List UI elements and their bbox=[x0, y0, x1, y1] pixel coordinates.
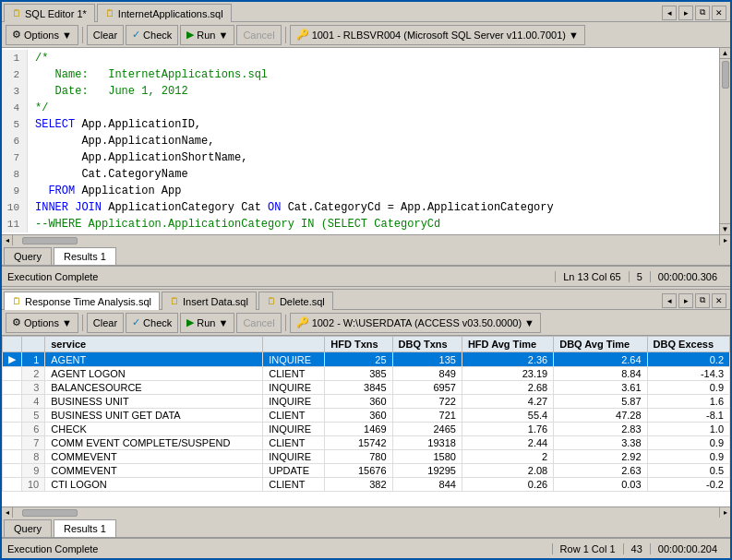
row-service: COMMEVENT bbox=[45, 464, 263, 478]
row-indicator bbox=[3, 409, 22, 423]
col-type[interactable] bbox=[263, 337, 325, 352]
line-11: 11 --WHERE Application.ApplicationCatego… bbox=[2, 216, 719, 232]
row-hfd-avg: 2.44 bbox=[462, 436, 553, 450]
row-dbq-excess: -14.3 bbox=[647, 367, 729, 381]
row-dbq-avg: 3.38 bbox=[554, 436, 647, 450]
bottom-hscroll[interactable]: ◂ ▸ bbox=[2, 506, 730, 518]
hscroll-left-bottom[interactable]: ◂ bbox=[2, 507, 13, 518]
connection-label-top: 1001 - RLBSVR004 (Microsoft SQL Server v… bbox=[312, 30, 566, 41]
btab-arrow-right[interactable]: ▸ bbox=[678, 293, 693, 308]
hscroll-left-top[interactable]: ◂ bbox=[2, 235, 13, 246]
results-table-wrapper: service HFD Txns DBQ Txns HFD Avg Time D… bbox=[2, 336, 730, 506]
tab-sql-editor-label: SQL Editor 1* bbox=[25, 8, 87, 19]
vscroll-up-top[interactable]: ▲ bbox=[720, 48, 730, 59]
row-service: AGENT bbox=[45, 352, 263, 367]
hscroll-thumb-top[interactable] bbox=[22, 237, 78, 244]
row-dbq-excess: 0.9 bbox=[647, 381, 729, 395]
options-button-top[interactable]: ⚙ Options ▼ bbox=[6, 25, 78, 45]
check-button-bottom[interactable]: ✓ Check bbox=[126, 313, 178, 333]
col-hfd-avg[interactable]: HFD Avg Time bbox=[462, 337, 553, 352]
row-hfd-txns: 3845 bbox=[325, 381, 392, 395]
tab-query-top[interactable]: Query bbox=[4, 247, 52, 265]
tab-internet-apps[interactable]: 🗒 InternetApplications.sql bbox=[97, 4, 232, 22]
table-row[interactable]: 3 BALANCESOURCE INQUIRE 3845 6957 2.68 3… bbox=[3, 381, 730, 395]
cancel-button-bottom[interactable]: Cancel bbox=[236, 313, 281, 333]
row-service: COMMEVENT bbox=[45, 450, 263, 464]
row-dbq-excess: 0.2 bbox=[647, 352, 729, 367]
top-toolbar: ⚙ Options ▼ Clear ✓ Check ▶ Run ▼ Cancel bbox=[2, 22, 730, 48]
clear-label-top: Clear bbox=[93, 30, 117, 41]
table-row[interactable]: 9 COMMEVENT UPDATE 15676 19295 2.08 2.63… bbox=[3, 464, 730, 478]
top-hscroll[interactable]: ◂ ▸ bbox=[2, 234, 730, 245]
options-button-bottom[interactable]: ⚙ Options ▼ bbox=[6, 313, 78, 333]
row-dbq-excess: 0.9 bbox=[647, 450, 729, 464]
btab-close[interactable]: ✕ bbox=[712, 293, 726, 308]
table-row[interactable]: 7 COMM EVENT COMPLETE/SUSPEND CLIENT 157… bbox=[3, 436, 730, 450]
tab-delete-label: Delete.sql bbox=[280, 296, 325, 307]
run-button-top[interactable]: ▶ Run ▼ bbox=[180, 25, 234, 45]
run-icon-bottom: ▶ bbox=[186, 316, 194, 328]
table-row[interactable]: 6 CHECK INQUIRE 1469 2465 1.76 2.83 1.0 bbox=[3, 423, 730, 436]
check-button-top[interactable]: ✓ Check bbox=[126, 25, 178, 45]
table-row[interactable]: 4 BUSINESS UNIT INQUIRE 360 722 4.27 5.8… bbox=[3, 395, 730, 409]
tab-arrow-left[interactable]: ◂ bbox=[662, 6, 677, 20]
top-editor-vscroll[interactable]: ▲ ▼ bbox=[719, 48, 730, 234]
clear-button-bottom[interactable]: Clear bbox=[87, 313, 124, 333]
row-dbq-txns: 849 bbox=[392, 367, 462, 381]
clear-label-bottom: Clear bbox=[93, 317, 117, 328]
table-row[interactable]: 2 AGENT LOGON CLIENT 385 849 23.19 8.84 … bbox=[3, 367, 730, 381]
row-num: 10 bbox=[22, 478, 45, 492]
tab-float[interactable]: ⧉ bbox=[695, 6, 710, 20]
row-hfd-txns: 360 bbox=[325, 409, 392, 423]
tab-insert-data[interactable]: 🗒 Insert Data.sql bbox=[162, 292, 257, 310]
tab-response-time[interactable]: 🗒 Response Time Analysis.sql bbox=[4, 292, 160, 310]
table-row[interactable]: 8 COMMEVENT INQUIRE 780 1580 2 2.92 0.9 bbox=[3, 450, 730, 464]
clear-button-top[interactable]: Clear bbox=[87, 25, 124, 45]
tab-arrow-right[interactable]: ▸ bbox=[678, 6, 693, 20]
connection-selector-top[interactable]: 🔑 1001 - RLBSVR004 (Microsoft SQL Server… bbox=[290, 25, 585, 45]
line-1: 1 /* bbox=[2, 50, 719, 66]
tab-results1-bottom[interactable]: Results 1 bbox=[54, 519, 116, 537]
vscroll-thumb-top[interactable] bbox=[722, 61, 729, 89]
col-service[interactable]: service bbox=[45, 337, 263, 352]
top-editor[interactable]: 1 /* 2 Name: InternetApplications.sql 3 … bbox=[2, 48, 719, 234]
run-button-bottom[interactable]: ▶ Run ▼ bbox=[180, 313, 234, 333]
row-hfd-avg: 0.26 bbox=[462, 478, 553, 492]
col-dbq-avg[interactable]: DBQ Avg Time bbox=[554, 337, 647, 352]
btab-arrow-left[interactable]: ◂ bbox=[662, 293, 677, 308]
vscroll-track-top bbox=[720, 90, 730, 223]
row-hfd-avg: 23.19 bbox=[462, 367, 553, 381]
row-type: INQUIRE bbox=[263, 423, 325, 436]
tab-close[interactable]: ✕ bbox=[712, 6, 726, 20]
hscroll-right-top[interactable]: ▸ bbox=[719, 235, 730, 246]
row-hfd-txns: 15742 bbox=[325, 436, 392, 450]
cancel-button-top[interactable]: Cancel bbox=[236, 25, 281, 45]
row-num: 1 bbox=[22, 352, 45, 367]
line-2: 2 Name: InternetApplications.sql bbox=[2, 66, 719, 83]
btab-float[interactable]: ⧉ bbox=[695, 293, 710, 308]
row-service: CTI LOGON bbox=[45, 478, 263, 492]
tab-sql-editor[interactable]: 🗒 SQL Editor 1* bbox=[4, 4, 95, 22]
top-editor-wrapper: 1 /* 2 Name: InternetApplications.sql 3 … bbox=[2, 48, 730, 234]
row-dbq-txns: 19295 bbox=[392, 464, 462, 478]
tab-delete[interactable]: 🗒 Delete.sql bbox=[258, 292, 333, 310]
tab-query-bottom[interactable]: Query bbox=[4, 519, 52, 537]
row-num: 6 bbox=[22, 423, 45, 436]
col-hfd-txns[interactable]: HFD Txns bbox=[325, 337, 392, 352]
table-row[interactable]: 5 BUSINESS UNIT GET DATA CLIENT 360 721 … bbox=[3, 409, 730, 423]
row-dbq-txns: 135 bbox=[392, 352, 462, 367]
table-row[interactable]: 10 CTI LOGON CLIENT 382 844 0.26 0.03 -0… bbox=[3, 478, 730, 492]
tab-results1-top[interactable]: Results 1 bbox=[54, 247, 116, 265]
col-dbq-txns[interactable]: DBQ Txns bbox=[392, 337, 462, 352]
col-dbq-excess[interactable]: DBQ Excess bbox=[647, 337, 729, 352]
row-dbq-txns: 722 bbox=[392, 395, 462, 409]
hscroll-thumb-bottom[interactable] bbox=[22, 509, 78, 517]
execution-complete-bottom: Execution Complete bbox=[7, 543, 98, 554]
row-service: BUSINESS UNIT GET DATA bbox=[45, 409, 263, 423]
vscroll-down-top[interactable]: ▼ bbox=[720, 223, 730, 234]
hscroll-right-bottom[interactable]: ▸ bbox=[719, 507, 730, 518]
line-8: 8 Cat.CategoryName bbox=[2, 166, 719, 183]
connection-selector-bottom[interactable]: 🔑 1002 - W:\USERDATA (ACCESS v03.50.0000… bbox=[290, 313, 541, 333]
insert-data-tab-icon: 🗒 bbox=[170, 296, 179, 306]
table-row[interactable]: ▶ 1 AGENT INQUIRE 25 135 2.36 2.64 0.2 bbox=[3, 352, 730, 367]
